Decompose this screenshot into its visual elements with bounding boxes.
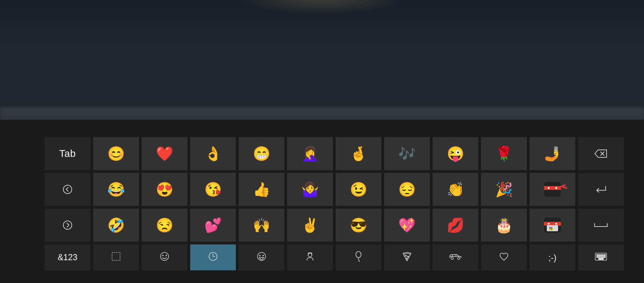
enter-key[interactable] — [578, 173, 624, 206]
emoji-key[interactable]: 🤦‍♀️ — [287, 137, 333, 170]
keyboard-grid: Tab 😊 ❤️ 👌 😁 🤦‍♀️ 🤞 🎶 😜 🌹 🤳 😂 😍 😘 👍 — [0, 137, 644, 275]
emoji-key[interactable]: 👏 — [433, 173, 478, 206]
svg-point-17 — [451, 257, 453, 260]
emoji-key[interactable]: 🙌 — [239, 209, 284, 242]
pizza-icon — [402, 251, 412, 264]
emoji-key[interactable]: 🤞 — [336, 137, 381, 170]
emoji-key[interactable]: 👍 — [239, 173, 284, 206]
emoji-key[interactable]: 💋 — [433, 209, 478, 242]
category-people[interactable] — [287, 245, 333, 270]
tab-key-label: Tab — [59, 148, 76, 159]
emoji-key[interactable]: 👌 — [190, 137, 236, 170]
emoji-key[interactable]: 🎂 — [481, 209, 527, 242]
category-hearts[interactable] — [481, 245, 527, 270]
emoji-key[interactable]: 😍 — [142, 173, 187, 206]
svg-rect-25 — [597, 257, 598, 258]
svg-point-5 — [160, 253, 168, 261]
emoji-category-row: &123 ;-) — [45, 245, 599, 270]
emoji-key[interactable]: 😉 — [336, 173, 381, 206]
emoji-key[interactable]: 😎 — [336, 209, 381, 242]
svg-point-16 — [406, 258, 408, 259]
ninja-cat-icon — [544, 182, 561, 197]
svg-rect-21 — [598, 255, 600, 256]
touch-keyboard-emoji-panel: Tab 😊 ❤️ 👌 😁 🤦‍♀️ 🤞 🎶 😜 🌹 🤳 😂 😍 😘 👍 — [0, 120, 644, 283]
emoji-key[interactable]: ❤️ — [142, 137, 187, 170]
category-ascii[interactable]: ;-) — [530, 245, 575, 270]
switch-to-numeric-key[interactable]: &123 — [45, 245, 90, 270]
emoji-key[interactable]: 😔 — [384, 173, 430, 206]
space-key[interactable] — [578, 209, 624, 242]
emoji-key[interactable]: 😒 — [142, 209, 187, 242]
emoji-key-ninja-cat[interactable] — [530, 173, 575, 206]
svg-point-2 — [63, 185, 72, 194]
svg-point-15 — [408, 256, 408, 257]
svg-rect-29 — [604, 257, 606, 258]
emoji-row-1: Tab 😊 ❤️ 👌 😁 🤦‍♀️ 🤞 🎶 😜 🌹 🤳 — [45, 137, 599, 170]
svg-point-18 — [458, 257, 460, 260]
svg-rect-22 — [600, 255, 602, 256]
prev-page-key[interactable] — [45, 173, 90, 206]
emoji-key[interactable]: 😁 — [239, 137, 284, 170]
emoji-key-ninja-cat-pc[interactable] — [530, 209, 575, 242]
svg-point-6 — [163, 255, 163, 256]
balloon-icon — [354, 251, 364, 264]
car-icon — [449, 252, 462, 263]
category-celebrate[interactable] — [336, 245, 381, 270]
emoji-key[interactable]: 🤷‍♀️ — [287, 173, 333, 206]
next-page-key[interactable] — [45, 209, 90, 242]
emoji-key[interactable]: 💖 — [384, 209, 430, 242]
emoji-key[interactable]: 🎉 — [481, 173, 527, 206]
switch-label: &123 — [58, 253, 78, 262]
emoji-key[interactable]: 😜 — [433, 137, 478, 170]
emoji-row-3: 🤣 😒 💕 🙌 ✌️ 😎 💖 💋 🎂 — [45, 209, 599, 242]
keyboard-icon — [595, 252, 607, 263]
emoji-key[interactable]: 🤳 — [530, 137, 575, 170]
chevron-left-circle-icon — [62, 184, 73, 195]
emoji-key[interactable]: 🤣 — [93, 209, 139, 242]
category-smileys[interactable] — [142, 245, 187, 270]
chevron-right-circle-icon — [62, 220, 73, 230]
emoji-key[interactable]: 🌹 — [481, 137, 527, 170]
svg-rect-1 — [606, 128, 612, 131]
keyboard-topbar — [0, 120, 644, 137]
svg-point-7 — [166, 255, 167, 256]
ascii-icon: ;-) — [548, 252, 556, 263]
svg-point-11 — [263, 255, 264, 256]
svg-point-13 — [356, 252, 361, 258]
ninja-cat-pc-icon — [544, 218, 561, 233]
category-classic[interactable] — [239, 245, 284, 270]
emoji-key[interactable]: 😊 — [93, 137, 139, 170]
svg-rect-0 — [604, 126, 612, 131]
stamp-icon — [111, 252, 121, 264]
emoji-key[interactable]: 🎶 — [384, 137, 430, 170]
category-kblayout[interactable] — [578, 245, 624, 270]
svg-point-12 — [308, 253, 312, 257]
emoji-key[interactable]: ✌️ — [287, 209, 333, 242]
backspace-icon — [594, 149, 608, 158]
category-recent[interactable] — [190, 245, 236, 270]
svg-point-14 — [405, 255, 406, 256]
person-icon — [305, 252, 315, 264]
svg-rect-4 — [112, 253, 120, 261]
enter-icon — [595, 185, 607, 194]
keyboard-close-button[interactable] — [623, 123, 634, 134]
emoji-key[interactable]: 😘 — [190, 173, 236, 206]
category-food[interactable] — [384, 245, 430, 270]
category-stamp[interactable] — [93, 245, 139, 270]
category-transport[interactable] — [433, 245, 478, 270]
svg-rect-20 — [597, 255, 598, 256]
svg-rect-28 — [602, 257, 604, 258]
space-icon — [594, 222, 608, 228]
svg-point-3 — [63, 221, 72, 229]
svg-rect-30 — [598, 258, 604, 260]
svg-rect-27 — [600, 257, 602, 258]
svg-rect-24 — [604, 255, 606, 256]
keyboard-dock-button[interactable] — [602, 123, 614, 134]
backspace-key[interactable] — [578, 137, 624, 170]
emoji-key[interactable]: 😂 — [93, 173, 139, 206]
heart-icon — [499, 252, 509, 263]
emoji-key[interactable]: 💕 — [190, 209, 236, 242]
tab-key[interactable]: Tab — [45, 137, 90, 170]
dock-icon — [604, 125, 613, 132]
svg-rect-23 — [602, 255, 604, 256]
